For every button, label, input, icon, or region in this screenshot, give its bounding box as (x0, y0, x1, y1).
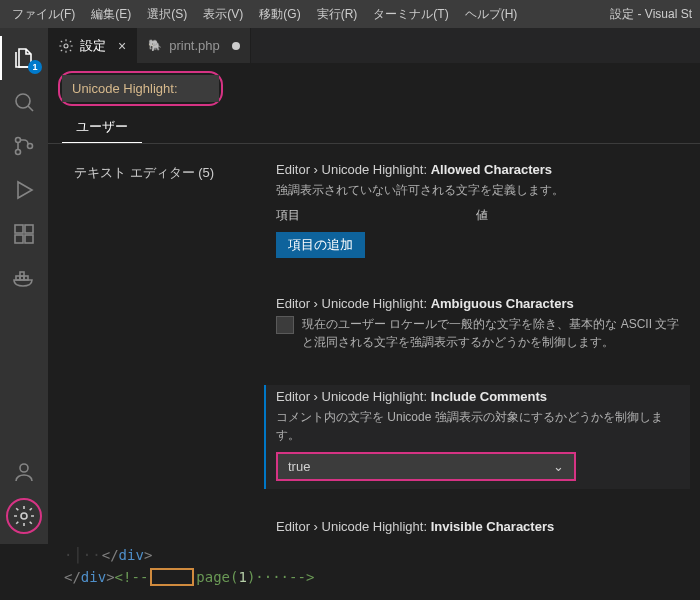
close-icon[interactable]: × (118, 38, 126, 54)
setting-title: Editor › Unicode Highlight: Allowed Char… (276, 162, 684, 177)
scope-tab-user[interactable]: ユーザー (62, 112, 142, 143)
svg-point-3 (28, 144, 33, 149)
extensions-icon[interactable] (0, 212, 48, 256)
menu-go[interactable]: 移動(G) (251, 2, 308, 27)
tab-settings[interactable]: 設定 × (48, 28, 137, 63)
setting-include-comments: Editor › Unicode Highlight: Include Comm… (264, 385, 690, 489)
gear-highlight-circle (6, 498, 42, 534)
setting-name: Ambiguous Characters (431, 296, 574, 311)
tag-name: div (81, 569, 106, 585)
include-comments-select[interactable]: true ⌄ (276, 452, 576, 481)
setting-description: 現在のユーザー ロケールで一般的な文字を除き、基本的な ASCII 文字と混同さ… (302, 315, 684, 351)
setting-description: 強調表示されていない許可される文字を定義します。 (276, 181, 684, 199)
manage-gear[interactable] (0, 494, 48, 538)
settings-list[interactable]: Editor › Unicode Highlight: Allowed Char… (258, 144, 700, 544)
accounts-icon[interactable] (0, 450, 48, 494)
chevron-down-icon: ⌄ (553, 459, 564, 474)
setting-path: Editor › Unicode Highlight: (276, 389, 431, 404)
setting-ambiguous-characters: Editor › Unicode Highlight: Ambiguous Ch… (264, 292, 690, 359)
menubar: ファイル(F) 編集(E) 選択(S) 表示(V) 移動(G) 実行(R) ター… (0, 0, 700, 28)
setting-path: Editor › Unicode Highlight: (276, 519, 431, 534)
settings-toc: テキスト エディター (5) (48, 144, 258, 544)
add-item-button[interactable]: 項目の追加 (276, 232, 365, 258)
tab-printphp[interactable]: 🐘 print.php (137, 28, 251, 63)
setting-path: Editor › Unicode Highlight: (276, 296, 431, 311)
svg-point-2 (16, 150, 21, 155)
run-debug-icon[interactable] (0, 168, 48, 212)
col-value: 値 (476, 207, 488, 224)
dirty-indicator-icon (232, 42, 240, 50)
setting-path: Editor › Unicode Highlight: (276, 162, 431, 177)
setting-allowed-characters: Editor › Unicode Highlight: Allowed Char… (264, 158, 690, 266)
explorer-icon[interactable]: 1 (0, 36, 48, 80)
svg-point-1 (16, 138, 21, 143)
tab-bar: 設定 × 🐘 print.php (48, 28, 700, 63)
tab-settings-label: 設定 (80, 37, 106, 55)
setting-title: Editor › Unicode Highlight: Invisible Ch… (276, 519, 684, 534)
setting-invisible-characters: Editor › Unicode Highlight: Invisible Ch… (264, 515, 690, 544)
docker-icon[interactable] (0, 256, 48, 300)
tag-name: div (119, 547, 144, 563)
svg-point-13 (21, 513, 27, 519)
menu-terminal[interactable]: ターミナル(T) (365, 2, 456, 27)
code-editor-strip: ·│··</div> </div><!--page(1)····--> (0, 544, 700, 600)
select-value: true (288, 459, 310, 474)
svg-point-12 (20, 464, 28, 472)
tab-file-label: print.php (169, 38, 220, 53)
setting-description: コメント内の文字を Unicode 強調表示の対象にするかどうかを制御します。 (276, 408, 684, 444)
php-file-icon: 🐘 (147, 38, 163, 54)
settings-search-input[interactable] (62, 75, 219, 102)
search-icon[interactable] (0, 80, 48, 124)
menu-edit[interactable]: 編集(E) (83, 2, 139, 27)
highlight-box (150, 568, 194, 586)
code-line-2[interactable]: </div><!--page(1)····--> (0, 566, 700, 588)
whitespace-dots: ·│·· (64, 547, 102, 563)
svg-point-0 (16, 94, 30, 108)
col-key: 項目 (276, 207, 476, 224)
menu-selection[interactable]: 選択(S) (139, 2, 195, 27)
svg-rect-7 (25, 235, 33, 243)
setting-name: Include Comments (431, 389, 547, 404)
settings-editor: ユーザー テキスト エディター (5) Editor › Unicode Hig… (48, 63, 700, 544)
svg-rect-6 (15, 235, 23, 243)
activity-bar: 1 (0, 28, 48, 544)
gear-icon (58, 38, 74, 54)
svg-rect-4 (15, 225, 23, 233)
window-title: 設定 - Visual St (610, 6, 696, 23)
menu-file[interactable]: ファイル(F) (4, 2, 83, 27)
setting-name: Invisible Characters (431, 519, 555, 534)
setting-name: Allowed Characters (431, 162, 552, 177)
menu-run[interactable]: 実行(R) (309, 2, 366, 27)
comment-arg: 1 (238, 569, 246, 585)
code-line-1[interactable]: ·│··</div> (0, 544, 700, 566)
toc-text-editor[interactable]: テキスト エディター (5) (74, 160, 248, 186)
gear-icon (12, 504, 36, 528)
svg-rect-11 (20, 272, 24, 276)
scope-tabs: ユーザー (48, 112, 700, 144)
search-highlight-oval (58, 71, 223, 106)
setting-title: Editor › Unicode Highlight: Include Comm… (276, 389, 684, 404)
explorer-badge: 1 (28, 60, 42, 74)
ambiguous-checkbox[interactable] (276, 316, 294, 334)
menu-view[interactable]: 表示(V) (195, 2, 251, 27)
setting-title: Editor › Unicode Highlight: Ambiguous Ch… (276, 296, 684, 311)
svg-point-14 (64, 44, 68, 48)
kv-header: 項目 値 (276, 207, 684, 224)
source-control-icon[interactable] (0, 124, 48, 168)
settings-search-wrap (48, 63, 700, 108)
svg-rect-5 (25, 225, 33, 233)
editor-area: 設定 × 🐘 print.php ユーザー テキスト エディター (5) (48, 28, 700, 544)
comment-func: page (196, 569, 230, 585)
menu-help[interactable]: ヘルプ(H) (457, 2, 526, 27)
